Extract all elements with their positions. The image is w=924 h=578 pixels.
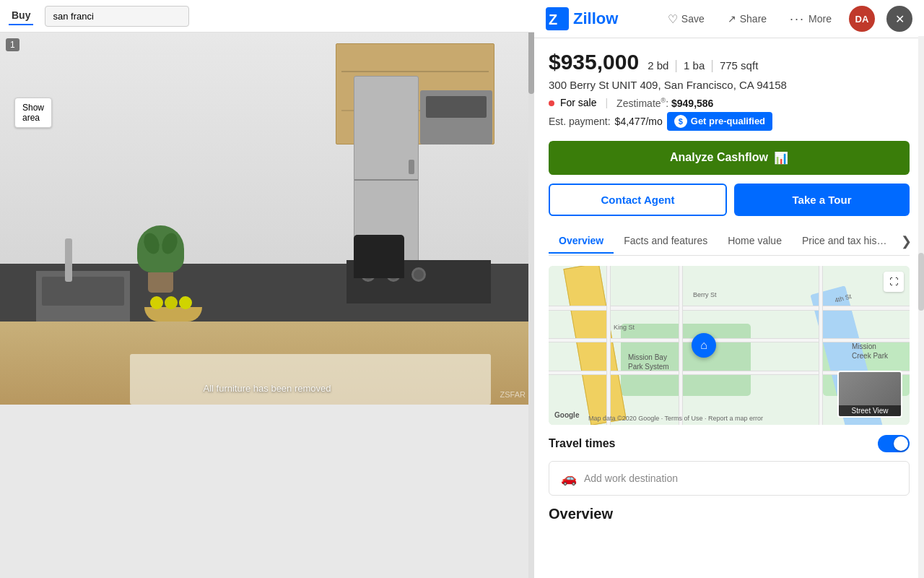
microwave <box>420 90 492 144</box>
tab-home-value[interactable]: Home value <box>718 229 792 254</box>
zestimate-sup: ® <box>661 97 666 104</box>
street-view-thumb[interactable]: Street View <box>837 371 902 418</box>
tab-overview[interactable]: Overview <box>549 229 614 254</box>
chevron-right-icon: ❯ <box>901 234 912 249</box>
share-icon: ↗ <box>728 13 736 25</box>
park-label: Mission BayPark System <box>628 353 669 371</box>
listing-content[interactable]: $935,000 2 bd | 1 ba | 775 sqft 300 Berr… <box>534 38 924 578</box>
status-row: For sale | Zestimate®: $949,586 <box>549 97 910 109</box>
toggle-track[interactable] <box>878 435 910 452</box>
tab-price-tax[interactable]: Price and tax his… <box>792 229 897 254</box>
plant <box>137 225 184 293</box>
road-v3 <box>819 266 823 425</box>
road-label-king: King St <box>614 324 635 331</box>
close-icon: ✕ <box>895 12 905 26</box>
more-label: More <box>808 13 832 25</box>
price-row: $935,000 2 bd | 1 ba | 775 sqft <box>549 50 910 74</box>
show-area-button[interactable]: Show area <box>14 98 52 128</box>
status-dot <box>549 100 554 106</box>
sqft: 775 sqft <box>720 59 758 72</box>
photo-number: 1 <box>6 38 19 51</box>
pre-qualify-button[interactable]: $ Get pre-qualified <box>667 112 772 131</box>
cashflow-button[interactable]: Analyze Cashflow 📊 <box>549 141 910 175</box>
close-button[interactable]: ✕ <box>886 6 912 32</box>
payment-row: Est. payment: $4,477/mo $ Get pre-qualif… <box>549 112 910 131</box>
kitchen-scene <box>0 33 534 405</box>
zestimate-row: Zestimate®: $949,586 <box>616 97 713 109</box>
road-label-berry: Berry St <box>693 291 717 298</box>
overview-section-title: Overview <box>549 506 910 522</box>
add-work-destination[interactable]: 🚗 Add work destination <box>549 461 910 496</box>
cashflow-label: Analyze Cashflow <box>670 151 768 164</box>
road-v1 <box>606 266 611 425</box>
travel-toggle[interactable] <box>878 435 910 452</box>
tabs-scroll-right[interactable]: ❯ <box>897 228 916 255</box>
user-avatar[interactable]: DA <box>849 6 875 32</box>
right-scrollbar[interactable] <box>918 36 924 578</box>
for-sale-indicator: For sale <box>549 97 596 108</box>
contact-agent-button[interactable]: Contact Agent <box>549 184 727 216</box>
heart-icon: ♡ <box>668 12 678 26</box>
travel-times-label: Travel times <box>549 437 616 450</box>
highway <box>563 266 626 425</box>
header-actions: ♡ Save ↗ Share ··· More DA ✕ <box>662 6 912 32</box>
street-view-label: Street View <box>839 405 901 416</box>
zestimate-label: Zestimate <box>616 98 661 109</box>
pot <box>354 235 404 278</box>
tab-facts-features[interactable]: Facts and features <box>614 229 718 254</box>
share-button[interactable]: ↗ Share <box>722 10 772 27</box>
main-photo[interactable]: All furniture has been removed ZSFAR 1 <box>0 33 534 405</box>
bed-bath-sqft: 2 bd | 1 ba | 775 sqft <box>648 58 758 73</box>
rug <box>130 354 491 405</box>
baths: 1 ba <box>684 59 705 72</box>
dollar-icon: $ <box>674 115 687 128</box>
beds: 2 bd <box>648 59 668 72</box>
contact-agent-label: Contact Agent <box>601 194 675 206</box>
separator-1: | <box>674 58 678 73</box>
nav-buy[interactable]: Buy <box>9 7 33 25</box>
save-button[interactable]: ♡ Save <box>662 9 710 29</box>
cashflow-emoji: 📊 <box>774 151 788 165</box>
zillow-text: Zillow <box>573 9 618 28</box>
zillow-logo: Z Zillow <box>546 7 618 30</box>
listing-header: Z Zillow ♡ Save ↗ Share ··· More DA ✕ <box>534 0 924 38</box>
travel-times-section: Travel times <box>549 435 910 452</box>
est-payment-label: Est. payment: <box>549 116 611 127</box>
fruit-bowl <box>144 296 202 322</box>
zillow-icon: Z <box>546 7 569 30</box>
road-v2 <box>679 266 683 425</box>
listing-address: 300 Berry St UNIT 409, San Francisco, CA… <box>549 79 910 91</box>
zestimate-value: $949,586 <box>671 98 713 109</box>
right-scroll-thumb[interactable] <box>918 253 924 311</box>
sink <box>36 271 130 322</box>
photo-watermark: ZSFAR <box>500 390 526 399</box>
share-label: Share <box>740 13 767 25</box>
photo-panel: Buy Show area <box>0 0 534 578</box>
photo-caption: All furniture has been removed <box>203 383 331 394</box>
road-h1 <box>549 306 910 311</box>
faucet <box>65 238 72 282</box>
separator-status: | <box>605 97 608 108</box>
map-marker: ⌂ <box>692 333 716 358</box>
more-dots-icon: ··· <box>790 12 805 27</box>
expand-icon: ⛶ <box>889 277 898 287</box>
toggle-knob <box>894 436 908 451</box>
pre-qualify-label: Get pre-qualified <box>691 116 765 126</box>
map-attribution: Map data ©2020 Google · Terms of Use · R… <box>588 415 763 422</box>
more-button[interactable]: ··· More <box>784 9 837 30</box>
work-destination-placeholder: Add work destination <box>584 473 678 484</box>
listing-tabs: Overview Facts and features Home value P… <box>549 228 910 256</box>
map-expand-button[interactable]: ⛶ <box>884 272 904 292</box>
google-logo: Google <box>554 411 579 419</box>
park-label-2: MissionCreek Park <box>852 342 888 361</box>
listing-status: For sale <box>560 97 597 108</box>
separator-2: | <box>710 58 714 73</box>
listing-price: $935,000 <box>549 50 639 74</box>
map-container[interactable]: Berry St King St 4th St Mission BayPark … <box>549 266 910 425</box>
action-buttons: Contact Agent Take a Tour <box>549 184 910 216</box>
take-tour-button[interactable]: Take a Tour <box>734 184 910 216</box>
svg-text:Z: Z <box>549 12 557 27</box>
search-input[interactable] <box>45 6 189 27</box>
left-scrollbar[interactable] <box>528 0 534 578</box>
est-payment-value: $4,477/mo <box>615 116 663 127</box>
